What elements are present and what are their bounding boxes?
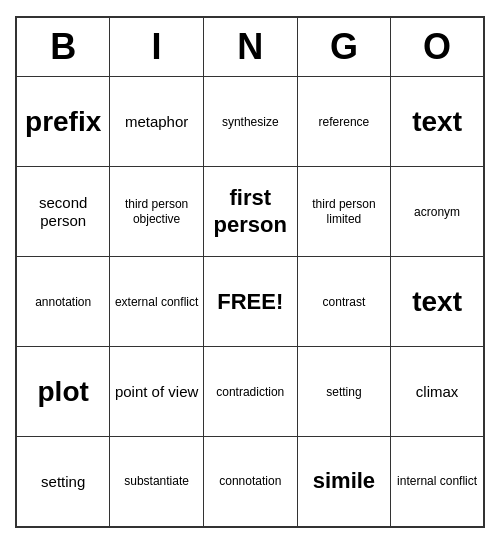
table-cell: synthesize bbox=[203, 77, 297, 167]
table-cell: contrast bbox=[297, 257, 391, 347]
table-cell: annotation bbox=[16, 257, 110, 347]
cell-text: prefix bbox=[25, 106, 101, 137]
table-cell: reference bbox=[297, 77, 391, 167]
cell-text: contrast bbox=[323, 295, 366, 309]
cell-text: reference bbox=[319, 115, 370, 129]
cell-text: substantiate bbox=[124, 474, 189, 488]
cell-text: point of view bbox=[115, 383, 198, 400]
table-row: annotationexternal conflictFREE!contrast… bbox=[16, 257, 484, 347]
header-letter: B bbox=[16, 17, 110, 77]
table-cell: substantiate bbox=[110, 437, 204, 527]
table-cell: external conflict bbox=[110, 257, 204, 347]
table-row: prefixmetaphorsynthesizereferencetext bbox=[16, 77, 484, 167]
table-cell: connotation bbox=[203, 437, 297, 527]
table-cell: third person objective bbox=[110, 167, 204, 257]
table-cell: metaphor bbox=[110, 77, 204, 167]
cell-text: text bbox=[412, 286, 462, 317]
table-row: second personthird person objectivefirst… bbox=[16, 167, 484, 257]
cell-text: synthesize bbox=[222, 115, 279, 129]
cell-text: metaphor bbox=[125, 113, 188, 130]
cell-text: external conflict bbox=[115, 295, 198, 309]
table-cell: point of view bbox=[110, 347, 204, 437]
cell-text: plot bbox=[38, 376, 89, 407]
table-cell: setting bbox=[297, 347, 391, 437]
cell-text: text bbox=[412, 106, 462, 137]
table-cell: first person bbox=[203, 167, 297, 257]
bingo-card: BINGO prefixmetaphorsynthesizereferencet… bbox=[15, 16, 485, 528]
cell-text: first person bbox=[214, 185, 287, 236]
table-cell: prefix bbox=[16, 77, 110, 167]
cell-text: setting bbox=[41, 473, 85, 490]
table-row: settingsubstantiateconnotationsimileinte… bbox=[16, 437, 484, 527]
cell-text: acronym bbox=[414, 205, 460, 219]
cell-text: climax bbox=[416, 383, 459, 400]
table-cell: second person bbox=[16, 167, 110, 257]
table-cell: contradiction bbox=[203, 347, 297, 437]
table-cell: text bbox=[391, 77, 484, 167]
cell-text: simile bbox=[313, 468, 375, 493]
cell-text: contradiction bbox=[216, 385, 284, 399]
cell-text: setting bbox=[326, 385, 361, 399]
cell-text: second person bbox=[39, 194, 87, 229]
header-row: BINGO bbox=[16, 17, 484, 77]
bingo-table: BINGO prefixmetaphorsynthesizereferencet… bbox=[15, 16, 485, 528]
table-cell: third person limited bbox=[297, 167, 391, 257]
table-cell: simile bbox=[297, 437, 391, 527]
header-letter: I bbox=[110, 17, 204, 77]
table-cell: FREE! bbox=[203, 257, 297, 347]
cell-text: annotation bbox=[35, 295, 91, 309]
header-letter: G bbox=[297, 17, 391, 77]
table-row: plotpoint of viewcontradictionsettingcli… bbox=[16, 347, 484, 437]
cell-text: third person limited bbox=[312, 197, 375, 225]
table-cell: text bbox=[391, 257, 484, 347]
table-cell: climax bbox=[391, 347, 484, 437]
cell-text: internal conflict bbox=[397, 474, 477, 488]
header-letter: N bbox=[203, 17, 297, 77]
table-cell: plot bbox=[16, 347, 110, 437]
table-cell: acronym bbox=[391, 167, 484, 257]
table-cell: setting bbox=[16, 437, 110, 527]
table-cell: internal conflict bbox=[391, 437, 484, 527]
cell-text: connotation bbox=[219, 474, 281, 488]
header-letter: O bbox=[391, 17, 484, 77]
cell-text: FREE! bbox=[217, 289, 283, 314]
cell-text: third person objective bbox=[125, 197, 188, 225]
